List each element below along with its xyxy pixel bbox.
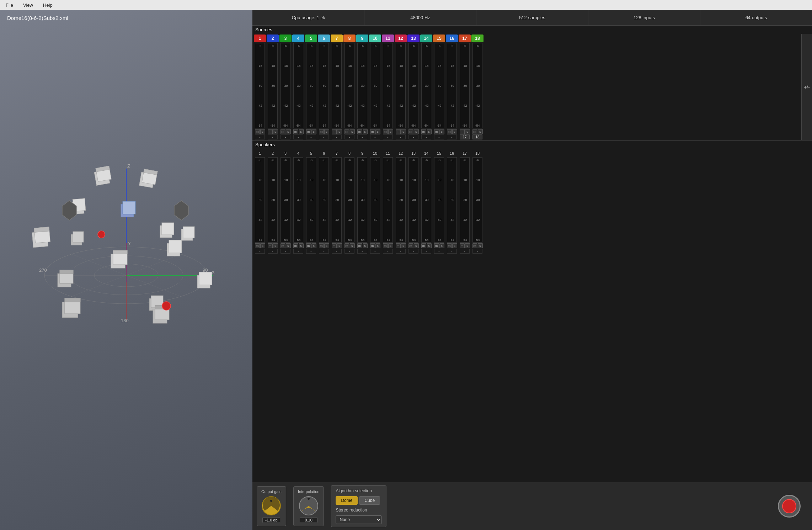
ms-btn-m-src-18[interactable]: m [472,129,477,134]
source-num-7[interactable]: 7 [331,35,343,42]
ms-btn-m-spk-7[interactable]: m [332,243,337,248]
source-num-9[interactable]: 9 [356,35,368,42]
ms-btn-s-src-8[interactable]: s [350,129,355,134]
ms-btn-s-spk-3[interactable]: s [286,243,291,248]
ms-dash-src-13[interactable]: - [408,134,418,139]
plus-minus-btn[interactable]: +/- [801,34,812,140]
ms-btn-m-spk-9[interactable]: m [357,243,362,248]
ms-dash-spk-13[interactable]: - [408,249,418,254]
ms-btn-m-src-2[interactable]: m [268,129,273,134]
source-num-16[interactable]: 16 [446,35,458,42]
source-num-12[interactable]: 12 [395,35,407,42]
cube-button[interactable]: Cube [359,496,380,505]
ms-btn-m-src-13[interactable]: m [408,129,413,134]
ms-btn-s-src-7[interactable]: s [337,129,342,134]
ms-btn-s-spk-5[interactable]: s [311,243,316,248]
ms-dash-spk-18[interactable]: - [472,249,482,254]
ms-btn-s-spk-18[interactable]: s [478,243,483,248]
ms-btn-m-src-4[interactable]: m [293,129,298,134]
ms-dash-src-2[interactable]: - [268,134,278,139]
ms-btn-m-spk-8[interactable]: m [344,243,349,248]
ms-btn-s-src-16[interactable]: s [452,129,457,134]
3d-viewport[interactable]: Dome16(8-6-2)Subs2.xml Z X Y 270 [0,10,252,530]
menu-help[interactable]: Help [41,2,55,9]
ms-btn-m-src-14[interactable]: m [421,129,426,134]
ms-btn-s-spk-9[interactable]: s [363,243,368,248]
ms-btn-m-spk-18[interactable]: m [472,243,477,248]
ms-num-18[interactable]: 18 [472,134,482,139]
record-button[interactable] [778,495,801,518]
ms-btn-s-src-12[interactable]: s [401,129,406,134]
ms-dash-spk-7[interactable]: - [332,249,342,254]
ms-btn-s-src-4[interactable]: s [299,129,304,134]
ms-btn-m-src-15[interactable]: m [434,129,439,134]
ms-btn-m-src-10[interactable]: m [370,129,375,134]
ms-btn-s-src-3[interactable]: s [286,129,291,134]
ms-dash-src-4[interactable]: - [293,134,303,139]
ms-btn-m-spk-13[interactable]: m [408,243,413,248]
ms-btn-s-spk-13[interactable]: s [414,243,419,248]
ms-btn-s-spk-17[interactable]: s [465,243,470,248]
ms-btn-s-src-10[interactable]: s [375,129,380,134]
source-num-5[interactable]: 5 [305,35,317,42]
ms-dash-src-14[interactable]: - [421,134,431,139]
ms-btn-m-src-16[interactable]: m [447,129,452,134]
ms-dash-spk-10[interactable]: - [370,249,380,254]
ms-dash-spk-9[interactable]: - [357,249,367,254]
ms-btn-m-spk-10[interactable]: m [370,243,375,248]
ms-dash-spk-8[interactable]: - [344,249,354,254]
ms-dash-src-15[interactable]: - [434,134,444,139]
ms-btn-m-spk-15[interactable]: m [434,243,439,248]
source-num-3[interactable]: 3 [279,35,292,42]
ms-btn-m-src-5[interactable]: m [306,129,311,134]
ms-dash-spk-15[interactable]: - [434,249,444,254]
source-num-15[interactable]: 15 [433,35,445,42]
ms-btn-s-spk-14[interactable]: s [427,243,432,248]
ms-btn-m-src-6[interactable]: m [319,129,324,134]
output-gain-knob[interactable] [261,496,281,516]
ms-btn-s-spk-10[interactable]: s [375,243,380,248]
ms-btn-m-src-17[interactable]: m [460,129,465,134]
ms-btn-m-src-12[interactable]: m [396,129,401,134]
ms-btn-s-src-11[interactable]: s [388,129,393,134]
ms-btn-m-src-1[interactable]: m [255,129,260,134]
ms-dash-src-9[interactable]: - [357,134,367,139]
ms-btn-s-spk-1[interactable]: s [260,243,265,248]
ms-btn-s-src-18[interactable]: s [478,129,483,134]
ms-dash-src-16[interactable]: - [447,134,457,139]
source-num-6[interactable]: 6 [318,35,330,42]
ms-dash-spk-11[interactable]: - [383,249,393,254]
ms-dash-src-5[interactable]: - [306,134,316,139]
source-num-2[interactable]: 2 [267,35,279,42]
source-num-13[interactable]: 13 [407,35,420,42]
source-num-17[interactable]: 17 [459,35,471,42]
ms-btn-s-src-1[interactable]: s [260,129,265,134]
ms-dash-spk-17[interactable]: - [460,249,470,254]
ms-dash-src-10[interactable]: - [370,134,380,139]
ms-dash-spk-4[interactable]: - [293,249,303,254]
ms-btn-s-src-13[interactable]: s [414,129,419,134]
ms-dash-spk-14[interactable]: - [421,249,431,254]
ms-dash-src-12[interactable]: - [396,134,406,139]
ms-btn-s-spk-7[interactable]: s [337,243,342,248]
ms-btn-s-src-14[interactable]: s [427,129,432,134]
dome-button[interactable]: Dome [336,496,358,505]
ms-btn-s-spk-6[interactable]: s [324,243,329,248]
ms-btn-m-src-3[interactable]: m [281,129,285,134]
ms-btn-s-spk-15[interactable]: s [439,243,444,248]
ms-dash-spk-2[interactable]: - [268,249,278,254]
source-num-10[interactable]: 10 [369,35,381,42]
interpolation-knob[interactable] [299,496,319,516]
ms-btn-m-spk-1[interactable]: m [255,243,260,248]
ms-num-17[interactable]: 17 [460,134,470,139]
ms-btn-m-src-9[interactable]: m [357,129,362,134]
ms-btn-m-spk-11[interactable]: m [383,243,388,248]
source-num-4[interactable]: 4 [292,35,304,42]
ms-btn-s-src-5[interactable]: s [311,129,316,134]
source-num-18[interactable]: 18 [471,35,484,42]
ms-btn-m-spk-4[interactable]: m [293,243,298,248]
ms-dash-spk-12[interactable]: - [396,249,406,254]
ms-btn-m-spk-12[interactable]: m [396,243,401,248]
ms-dash-src-3[interactable]: - [281,134,290,139]
ms-btn-s-src-2[interactable]: s [273,129,278,134]
